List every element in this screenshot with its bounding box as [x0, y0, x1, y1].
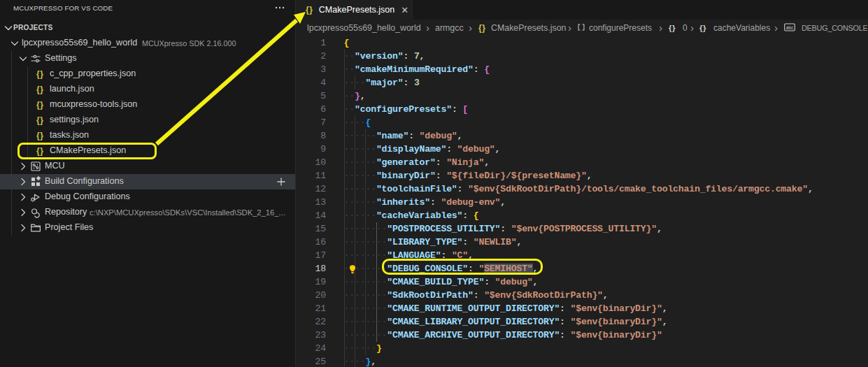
svg-text:abc: abc	[786, 25, 794, 30]
